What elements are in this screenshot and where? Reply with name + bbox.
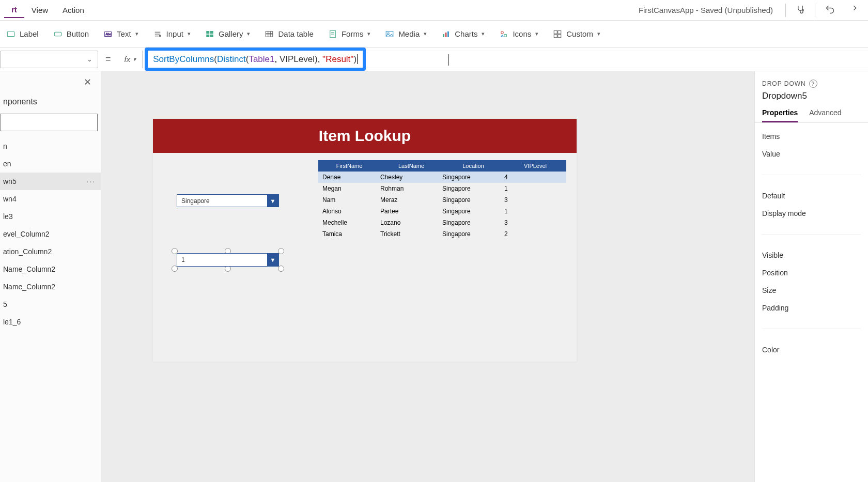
prop-position[interactable]: Position [762, 269, 861, 277]
formula-comma: , [318, 54, 322, 64]
input-label: Input [166, 29, 183, 38]
insert-media-dropdown[interactable]: Media▾ [385, 29, 427, 39]
equals-sign: = [98, 54, 118, 65]
table-cell: 3 [504, 196, 566, 204]
chevron-down-icon: ▼ [267, 254, 278, 266]
property-list: Items Value Default Display mode Visible… [755, 123, 868, 363]
menu-action[interactable]: Action [55, 3, 91, 18]
svg-rect-25 [447, 31, 449, 37]
insert-input-dropdown[interactable]: Input▾ [153, 29, 191, 39]
prop-value[interactable]: Value [762, 150, 861, 158]
table-cell: Rohman [380, 185, 442, 192]
tree-node[interactable]: wn4 [0, 190, 101, 208]
property-selector[interactable]: ⌄ [0, 51, 98, 68]
svg-rect-23 [443, 34, 444, 37]
formula-fn1: SortByColumns [153, 54, 214, 64]
pane-title-text: DROP DOWN [762, 80, 806, 87]
prop-padding[interactable]: Padding [762, 304, 861, 312]
svg-rect-2 [54, 32, 61, 36]
table-cell: Singapore [442, 174, 504, 181]
tab-properties[interactable]: Properties [762, 108, 798, 122]
table-row[interactable]: TamicaTrickettSingapore2 [318, 228, 566, 240]
datatable-label: Data table [278, 29, 313, 38]
tree-node-label: Name_Column2 [3, 283, 55, 291]
table-cell: 3 [504, 219, 566, 226]
tree-node[interactable]: en [0, 155, 101, 173]
svg-rect-21 [386, 31, 394, 37]
insert-text-dropdown[interactable]: Abc Text▾ [103, 29, 138, 39]
table-row[interactable]: DenaeChesleySingapore4 [318, 172, 566, 183]
tree-node-label: Name_Column2 [3, 265, 55, 273]
column-header[interactable]: LastName [380, 163, 442, 169]
chevron-down-icon: ▾ [597, 30, 600, 37]
tree-node[interactable]: ation_Column2 [0, 243, 101, 260]
chevron-down-icon: ▾ [135, 30, 138, 37]
tree-node-label: n [3, 142, 7, 150]
column-header[interactable]: Location [442, 163, 504, 169]
properties-tabs: Properties Advanced [755, 108, 868, 123]
insert-datatable-button[interactable]: Data table [265, 29, 313, 39]
tree-node[interactable]: Name_Column2 [0, 260, 101, 278]
tree-search-input[interactable] [0, 114, 98, 131]
close-panel-button[interactable]: ✕ [0, 71, 101, 93]
tree-node[interactable]: le1_6 [0, 313, 101, 331]
tree-node[interactable]: evel_Column2 [0, 225, 101, 243]
dropdown-viplevel[interactable]: 1 ▼ [177, 253, 279, 267]
fx-button[interactable]: fx▾ [118, 51, 143, 68]
table-cell: Singapore [442, 208, 504, 215]
prop-display-mode[interactable]: Display mode [762, 209, 861, 217]
custom-label: Custom [566, 29, 593, 38]
table-cell: Singapore [442, 219, 504, 226]
data-table[interactable]: FirstName LastName Location VIPLevel Den… [318, 160, 566, 240]
insert-forms-dropdown[interactable]: Forms▾ [328, 29, 371, 39]
prop-size[interactable]: Size [762, 286, 861, 294]
insert-button-button[interactable]: Button [53, 29, 89, 39]
column-header[interactable]: VIPLevel [504, 163, 566, 169]
more-icon[interactable]: ··· [86, 177, 96, 185]
formula-string: "Result" [322, 54, 353, 64]
tree-node[interactable]: 5 [0, 296, 101, 313]
canvas-area[interactable]: Item Lookup Singapore ▼ 1 ▼ FirstNa [101, 71, 754, 482]
prop-visible[interactable]: Visible [762, 251, 861, 259]
insert-gallery-dropdown[interactable]: Gallery▾ [205, 29, 251, 39]
column-header[interactable]: FirstName [318, 163, 380, 169]
table-cell: Singapore [442, 230, 504, 238]
formula-bar: ⌄ = fx▾ SortByColumns(Distinct(Table1, V… [0, 48, 868, 71]
dropdown5-selected[interactable]: 1 ▼ [175, 251, 281, 269]
menu-view[interactable]: View [24, 3, 55, 18]
svg-rect-13 [266, 31, 273, 37]
tree-node[interactable]: le3 [0, 208, 101, 225]
charts-label: Charts [455, 29, 477, 38]
table-row[interactable]: MechelleLozanoSingapore3 [318, 217, 566, 228]
help-icon[interactable]: ? [809, 80, 817, 88]
formula-input[interactable]: SortByColumns(Distinct(Table1, VIPLevel)… [145, 48, 366, 71]
chevron-down-icon: ▼ [267, 195, 278, 207]
table-row[interactable]: NamMerazSingapore3 [318, 194, 566, 206]
formula-input-rest[interactable] [366, 51, 868, 68]
redo-icon[interactable] [841, 1, 864, 19]
dropdown-location[interactable]: Singapore ▼ [177, 194, 279, 207]
tree-node[interactable]: Name_Column2 [0, 278, 101, 296]
health-check-icon[interactable] [789, 1, 812, 19]
insert-label-button[interactable]: Label [6, 29, 39, 39]
app-screen: Item Lookup Singapore ▼ 1 ▼ FirstNa [153, 119, 577, 362]
formula-paren: ) [353, 54, 357, 64]
media-label: Media [398, 29, 420, 38]
insert-charts-dropdown[interactable]: Charts▾ [441, 29, 485, 39]
prop-default[interactable]: Default [762, 192, 861, 200]
tree-node[interactable]: n [0, 137, 101, 155]
tree-node[interactable]: wn5··· [0, 173, 101, 190]
menu-insert[interactable]: rt [4, 2, 24, 18]
undo-icon[interactable] [818, 1, 841, 19]
table-cell: Megan [318, 185, 380, 192]
table-header-row: FirstName LastName Location VIPLevel [318, 160, 566, 172]
prop-items[interactable]: Items [762, 132, 861, 141]
table-row[interactable]: MeganRohmanSingapore1 [318, 183, 566, 194]
insert-icons-dropdown[interactable]: Icons▾ [499, 29, 538, 39]
prop-color[interactable]: Color [762, 346, 861, 354]
tab-advanced[interactable]: Advanced [809, 108, 841, 122]
svg-rect-31 [558, 34, 561, 37]
chevron-down-icon: ▾ [424, 30, 427, 37]
insert-custom-dropdown[interactable]: Custom▾ [553, 29, 600, 39]
table-row[interactable]: AlonsoParteeSingapore1 [318, 206, 566, 217]
